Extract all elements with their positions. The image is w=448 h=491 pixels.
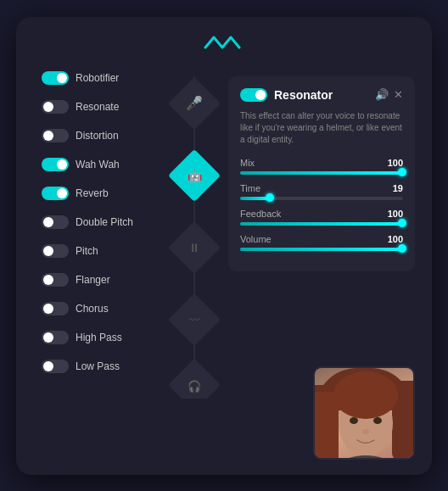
toggle-high-pass[interactable] bbox=[42, 331, 69, 344]
app-container: Robotifier Resonate Distortion Wah Wah R… bbox=[16, 17, 432, 475]
effect-wah-wah[interactable]: Wah Wah bbox=[42, 154, 160, 175]
effect-double-pitch[interactable]: Double Pitch bbox=[42, 212, 160, 232]
effect-reverb[interactable]: Reverb bbox=[42, 183, 160, 204]
close-icon[interactable]: ✕ bbox=[394, 88, 403, 101]
slider-feedback-label: Feedback bbox=[240, 209, 281, 219]
slider-mix-label: Mix bbox=[240, 158, 255, 168]
slider-volume-track[interactable] bbox=[240, 248, 403, 251]
slider-time: Time 19 bbox=[240, 183, 403, 200]
slider-feedback-track[interactable] bbox=[240, 222, 403, 226]
effects-list: Robotifier Resonate Distortion Wah Wah R… bbox=[42, 68, 160, 377]
label-chorus: Chorus bbox=[76, 303, 109, 315]
toggle-flanger[interactable] bbox=[42, 273, 69, 287]
svg-text:🎧: 🎧 bbox=[188, 379, 202, 393]
detail-header-icons: 🔊 ✕ bbox=[375, 88, 403, 101]
svg-rect-13 bbox=[315, 392, 339, 460]
slider-mix-value: 100 bbox=[388, 158, 403, 168]
detail-title: Resonator bbox=[274, 88, 368, 102]
detail-description: This effect can alter your voice to reso… bbox=[240, 110, 403, 146]
slider-mix-track[interactable] bbox=[240, 171, 403, 175]
svg-point-14 bbox=[350, 417, 358, 424]
slider-time-label: Time bbox=[240, 183, 260, 193]
effect-flanger[interactable]: Flanger bbox=[42, 270, 160, 290]
app-logo bbox=[199, 31, 249, 58]
slider-volume: Volume 100 bbox=[240, 234, 403, 251]
svg-point-12 bbox=[333, 371, 398, 419]
effect-distortion[interactable]: Distortion bbox=[42, 126, 160, 146]
slider-volume-value: 100 bbox=[388, 234, 403, 244]
speaker-icon[interactable]: 🔊 bbox=[375, 88, 389, 101]
effect-chorus[interactable]: Chorus bbox=[42, 299, 160, 319]
svg-point-18 bbox=[340, 455, 391, 460]
label-robotifier: Robotifier bbox=[76, 72, 119, 84]
label-double-pitch: Double Pitch bbox=[76, 216, 133, 228]
toggle-low-pass[interactable] bbox=[42, 360, 69, 373]
toggle-chorus[interactable] bbox=[42, 302, 69, 315]
effect-high-pass[interactable]: High Pass bbox=[42, 327, 160, 348]
label-flanger: Flanger bbox=[76, 274, 110, 286]
svg-text:🎤: 🎤 bbox=[186, 95, 203, 111]
detail-header: Resonator 🔊 ✕ bbox=[240, 88, 403, 102]
effect-robotifier[interactable]: Robotifier bbox=[42, 68, 160, 88]
camera-preview bbox=[313, 366, 415, 460]
label-high-pass: High Pass bbox=[76, 332, 122, 343]
toggle-wah-wah[interactable] bbox=[42, 158, 69, 171]
effect-chain: 🎤 🤖 ⏸ 〰 🎧 bbox=[160, 76, 228, 399]
label-low-pass: Low Pass bbox=[76, 360, 120, 372]
detail-toggle[interactable] bbox=[240, 88, 267, 102]
label-pitch: Pitch bbox=[76, 245, 98, 257]
toggle-double-pitch[interactable] bbox=[42, 215, 69, 229]
label-resonate: Resonate bbox=[76, 101, 119, 113]
slider-feedback: Feedback 100 bbox=[240, 209, 403, 226]
detail-panel: Resonator 🔊 ✕ This effect can alter your… bbox=[228, 76, 415, 271]
label-distortion: Distortion bbox=[76, 130, 119, 142]
toggle-pitch[interactable] bbox=[42, 244, 69, 258]
label-wah-wah: Wah Wah bbox=[76, 159, 120, 170]
svg-point-15 bbox=[373, 417, 382, 424]
svg-text:⏸: ⏸ bbox=[188, 241, 200, 254]
slider-time-value: 19 bbox=[393, 183, 403, 193]
slider-volume-label: Volume bbox=[240, 234, 272, 244]
slider-mix: Mix 100 bbox=[240, 158, 403, 175]
toggle-distortion[interactable] bbox=[42, 129, 69, 142]
toggle-robotifier[interactable] bbox=[42, 71, 69, 85]
slider-feedback-value: 100 bbox=[388, 209, 403, 219]
toggle-reverb[interactable] bbox=[42, 187, 69, 200]
label-reverb: Reverb bbox=[76, 187, 109, 199]
effect-resonate[interactable]: Resonate bbox=[42, 97, 160, 117]
svg-text:〰: 〰 bbox=[189, 314, 200, 326]
slider-time-track[interactable] bbox=[240, 197, 403, 200]
svg-point-16 bbox=[362, 429, 369, 434]
effect-pitch[interactable]: Pitch bbox=[42, 241, 160, 261]
effect-low-pass[interactable]: Low Pass bbox=[42, 356, 160, 377]
svg-text:🤖: 🤖 bbox=[188, 169, 203, 183]
toggle-resonate[interactable] bbox=[42, 100, 69, 114]
